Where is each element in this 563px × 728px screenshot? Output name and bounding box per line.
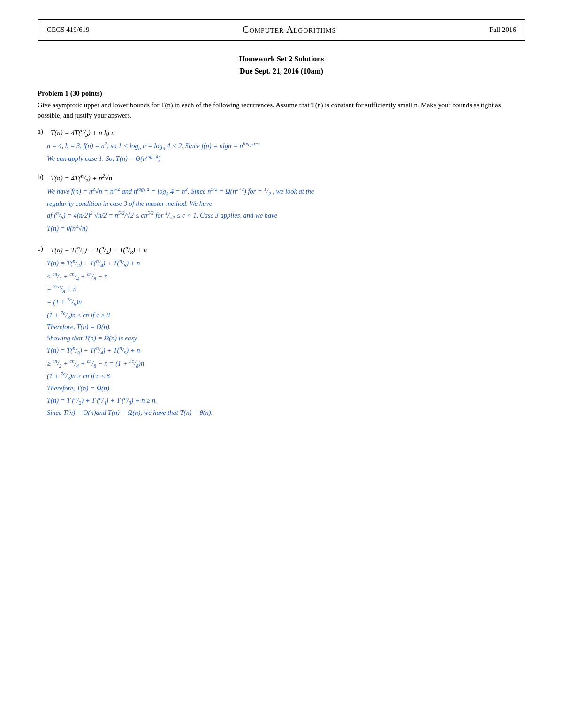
problem-1-description: Give asymptotic upper and lower bounds f…: [38, 100, 525, 121]
document-title: Homework Set 2 Solutions: [38, 55, 525, 63]
part-b-row: b) T(n) = 4T(n/2) + n2√n: [38, 173, 525, 183]
part-c-row: c) T(n) = T(n/2) + T(n/4) + T(n/8) + n: [38, 245, 525, 255]
problem-1-heading: Problem 1 (30 points): [38, 90, 525, 98]
part-b-solution: We have f(n) = n2√n = n5/2 and nlogb a =…: [47, 185, 525, 234]
part-b-label: b): [38, 173, 51, 181]
part-a-solution: a = 4, b = 3, f(n) = n2, so 1 < logb a =…: [47, 140, 525, 165]
part-c-formula: T(n) = T(n/2) + T(n/4) + T(n/8) + n: [51, 245, 147, 255]
part-c-label: c): [38, 245, 51, 253]
document-due: Due Sept. 21, 2016 (10am): [38, 67, 525, 75]
part-c-solution: T(n) = T(n/2) + T(n/4) + T(n/8) + n ≤ cn…: [47, 257, 525, 419]
part-b-formula: T(n) = 4T(n/2) + n2√n: [51, 173, 112, 183]
part-a-row: a) T(n) = 4T(n/3) + n lg n: [38, 128, 525, 138]
part-a-label: a): [38, 128, 51, 135]
header-semester: Fall 2016: [489, 26, 516, 34]
part-a-formula: T(n) = 4T(n/3) + n lg n: [51, 128, 115, 138]
page-header: CECS 419/619 Computer Algorithms Fall 20…: [38, 19, 525, 41]
header-title: Computer Algorithms: [243, 24, 336, 35]
problem-1: Problem 1 (30 points) Give asymptotic up…: [38, 90, 525, 418]
header-course: CECS 419/619: [47, 26, 89, 34]
